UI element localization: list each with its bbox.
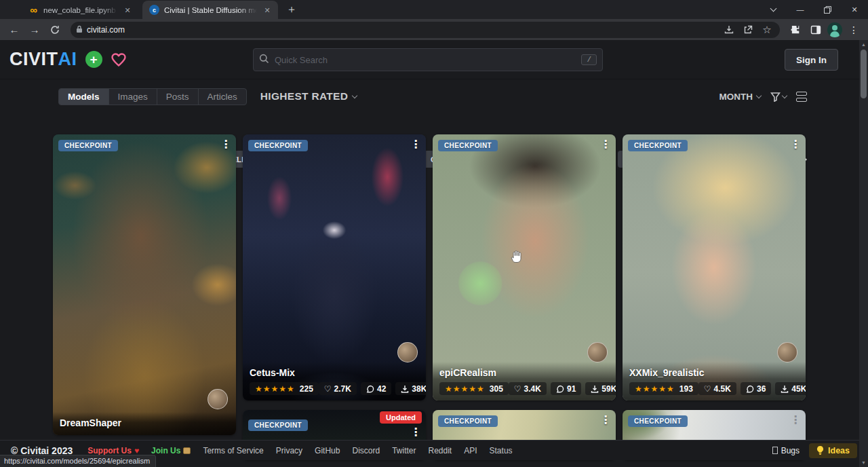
footer-link-discord[interactable]: Discord [352, 446, 380, 455]
forward-icon[interactable]: → [26, 21, 43, 39]
model-card-dreamshaper[interactable]: CHECKPOINT ⋮ DreamShaper [53, 134, 236, 435]
chevron-down-icon [352, 92, 357, 98]
scrollbar-thumb[interactable] [861, 50, 867, 98]
creator-avatar[interactable] [587, 342, 608, 362]
sign-in-button[interactable]: Sign In [785, 49, 838, 71]
period-dropdown[interactable]: MONTH [719, 92, 762, 102]
favorites-heart-icon[interactable] [111, 52, 127, 67]
bugs-link[interactable]: Bugs [772, 446, 800, 455]
scroll-down-icon[interactable]: ▼ [859, 458, 868, 467]
card-menu-kebab-icon[interactable]: ⋮ [599, 414, 612, 426]
card-menu-kebab-icon[interactable]: ⋮ [789, 138, 802, 151]
extensions-puzzle-icon[interactable] [787, 21, 804, 39]
model-type-badge: CHECKPOINT [248, 419, 308, 431]
model-image [623, 134, 806, 400]
comment-icon [366, 385, 374, 393]
model-title: XXMix_9realistic [629, 367, 799, 378]
creator-avatar[interactable] [208, 389, 228, 409]
address-bar[interactable]: civitai.com ☆ [71, 22, 780, 38]
downloads-count: 45K [791, 384, 806, 394]
browser-menu-kebab-icon[interactable]: ⋮ [845, 21, 863, 39]
model-title: Cetus-Mix [250, 367, 419, 378]
model-type-badge: CHECKPOINT [58, 140, 118, 151]
minimize-button[interactable]: — [787, 0, 814, 19]
star-icons: ★★★★★ [445, 384, 485, 394]
tab-search-icon[interactable] [760, 0, 787, 19]
quick-search-input[interactable]: Quick Search / [253, 48, 603, 71]
browser-tab-colab[interactable]: ∞ new_colab_file.ipynb - Colaborat ✕ [22, 1, 138, 19]
browser-profile-avatar[interactable] [827, 22, 842, 37]
filter-dropdown[interactable] [770, 92, 787, 102]
downloads-pill: 59K [585, 382, 616, 395]
content-nav-row: Models Images Posts Articles HIGHEST RAT… [58, 86, 807, 107]
heart-icon: ♡ [514, 384, 521, 394]
browser-tab-civitai[interactable]: c Civitai | Stable Diffusion models, ✕ [142, 1, 278, 19]
footer-link-twitter[interactable]: Twitter [392, 446, 416, 455]
card-menu-kebab-icon[interactable]: ⋮ [410, 426, 422, 438]
sort-dropdown[interactable]: HIGHEST RATED [260, 90, 357, 102]
footer-link-status[interactable]: Status [490, 446, 513, 455]
scroll-up-icon[interactable]: ▲ [859, 40, 868, 49]
comments-count: 36 [757, 384, 766, 394]
downloads-pill: 38K [395, 382, 426, 395]
site-header: CIVITAI + Quick Search / Sign In [0, 40, 868, 79]
comments-pill: 91 [551, 382, 581, 395]
page-scrollbar[interactable]: ▲ ▼ [859, 40, 868, 467]
card-menu-kebab-icon[interactable]: ⋮ [599, 138, 612, 151]
tab-articles[interactable]: Articles [199, 89, 246, 105]
install-icon[interactable] [722, 22, 736, 37]
footer-link-join-us[interactable]: Join Us [151, 446, 191, 455]
comments-count: 91 [567, 384, 576, 394]
restore-button[interactable] [814, 0, 841, 19]
footer-link-reddit[interactable]: Reddit [429, 446, 452, 455]
chevron-down-icon [782, 92, 787, 98]
heart-icon: ♡ [324, 384, 332, 394]
footer-link-privacy[interactable]: Privacy [276, 446, 302, 455]
footer-link-terms[interactable]: Terms of Service [203, 446, 263, 455]
model-image [433, 134, 616, 400]
share-icon[interactable] [741, 22, 755, 37]
ideas-button[interactable]: Ideas [809, 443, 857, 458]
browser-toolbar: ← → civitai.com ☆ ⋮ [0, 19, 868, 40]
card-menu-kebab-icon[interactable]: ⋮ [789, 414, 802, 426]
lock-icon [76, 24, 83, 36]
layout-toggle-icon[interactable] [796, 92, 807, 102]
rating-count: 225 [300, 384, 313, 394]
model-card-epicrealism[interactable]: CHECKPOINT ⋮ epiCRealism ★★★★★ 305 ♡3.4K… [433, 134, 616, 400]
tab-close-icon[interactable]: ✕ [262, 5, 273, 16]
side-panel-icon[interactable] [807, 21, 825, 39]
download-icon [591, 385, 599, 393]
creator-avatar[interactable] [397, 342, 418, 362]
footer-link-support-us[interactable]: Support Us♥ [87, 446, 139, 455]
tab-close-icon[interactable]: ✕ [122, 5, 133, 16]
footer-link-api[interactable]: API [464, 446, 477, 455]
card-menu-kebab-icon[interactable]: ⋮ [220, 138, 232, 151]
civitai-logo[interactable]: CIVITAI [9, 49, 77, 70]
model-title: DreamShaper [60, 417, 229, 428]
heart-icon: ♥ [134, 446, 139, 455]
new-tab-button[interactable]: ＋ [283, 1, 300, 18]
colab-icon: ∞ [28, 5, 39, 15]
comments-pill: 36 [741, 382, 771, 395]
comments-count: 42 [377, 384, 386, 394]
search-icon [259, 54, 269, 67]
back-icon[interactable]: ← [5, 21, 23, 39]
model-card-xxmix[interactable]: CHECKPOINT ⋮ XXMix_9realistic ★★★★★ 193 … [623, 134, 806, 400]
tab-images[interactable]: Images [109, 89, 157, 105]
card-menu-kebab-icon[interactable]: ⋮ [410, 138, 422, 151]
downloads-pill: 45K [775, 382, 806, 395]
creator-avatar[interactable] [777, 342, 797, 362]
likes-count: 4.5K [714, 384, 731, 394]
model-card-cetus-mix[interactable]: CHECKPOINT ⋮ Cetus-Mix ★★★★★ 225 ♡2.7K 4… [243, 134, 426, 400]
model-title: epiCRealism [439, 367, 609, 378]
reload-icon[interactable] [46, 21, 64, 39]
close-window-button[interactable]: ✕ [841, 0, 868, 19]
bookmark-star-icon[interactable]: ☆ [760, 22, 774, 37]
create-plus-button[interactable]: + [85, 51, 102, 68]
funnel-icon [770, 92, 781, 102]
rating-count: 193 [679, 384, 693, 394]
chevron-down-icon [756, 92, 762, 98]
tab-models[interactable]: Models [59, 89, 109, 105]
footer-link-github[interactable]: GitHub [315, 446, 340, 455]
tab-posts[interactable]: Posts [157, 89, 199, 105]
